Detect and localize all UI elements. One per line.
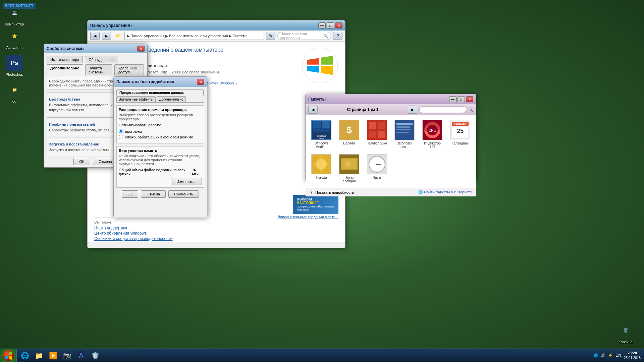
gadget-item-calendar[interactable]: JANUARY 25 Календарь <box>447 119 473 150</box>
windows-logo <box>302 47 338 84</box>
perf-tab-dep[interactable]: Предотвращение выполнения данных <box>116 89 204 96</box>
control-panel-titlebar[interactable]: Панель управления - — □ ✕ <box>88 20 345 31</box>
cp-minimize-button[interactable]: — <box>318 22 326 28</box>
sysprop-close-button[interactable]: ✕ <box>137 46 145 52</box>
cp-counters-link[interactable]: Счетчики и средства производительности <box>94 236 172 241</box>
sysprop-tab-hardware[interactable]: Оборудование <box>85 56 117 63</box>
cp-forward-button[interactable]: ▶ <box>102 32 111 40</box>
windows-logo-container <box>302 47 338 85</box>
gadgets-find-online-link[interactable]: 🌐 Найти гаджеты в Интернете <box>418 190 472 194</box>
gadgets-titlebar[interactable]: Гаджеты — □ ✕ <box>306 94 476 104</box>
svg-rect-15 <box>396 123 413 125</box>
clock-date: 25.01.2018 <box>624 356 641 360</box>
desktop-icon-folder[interactable]: 📁 00 <box>3 80 26 105</box>
gadget-item-headlines[interactable]: Заголовки нов... <box>392 119 417 150</box>
taskbar-ie-icon[interactable]: 🌐 <box>18 350 32 362</box>
taskbar-app1-icon[interactable]: 📷 <box>60 350 74 362</box>
cp-more-network-link[interactable]: Дополнительные сведения в сети... <box>278 215 339 219</box>
perf-buttons: ОК Отмена Применить <box>116 190 204 198</box>
cp-see-also: См. также <box>94 220 172 224</box>
perf-titlebar[interactable]: Параметры быстродействия ✕ <box>114 77 207 87</box>
taskbar-clock[interactable]: 23:20 25.01.2018 <box>624 351 641 360</box>
svg-point-37 <box>345 161 351 167</box>
svg-text:JANUARY: JANUARY <box>453 123 467 126</box>
svg-rect-13 <box>378 131 385 138</box>
perf-window-controls: ✕ <box>197 79 204 85</box>
gadget-item-clock[interactable]: Часы <box>364 153 389 184</box>
perf-cancel-button[interactable]: Отмена <box>141 190 165 198</box>
sysprop-tab-computer-name[interactable]: Имя компьютера <box>47 56 83 63</box>
taskbar-explorer-icon[interactable]: 📁 <box>32 350 46 362</box>
cp-help-button[interactable]: ? <box>333 32 342 40</box>
taskbar-app2-icon[interactable]: A <box>74 350 88 362</box>
gadgets-window-controls: — □ ✕ <box>449 96 473 102</box>
cp-support-link[interactable]: Центр поддержки <box>94 226 172 230</box>
sysprop-tab-remote[interactable]: Удаленный доступ <box>114 64 144 75</box>
sysprop-tabs-row2: Дополнительно Защита системы Удаленный д… <box>47 64 145 75</box>
gadgets-forward-button[interactable]: ▶ <box>408 106 417 114</box>
perf-processor-section: Распределение времени процессора Выберит… <box>116 105 204 143</box>
performance-options-window: Параметры быстродействия ✕ Предотвращени… <box>113 76 207 217</box>
sysprop-tab-protection[interactable]: Защита системы <box>85 64 112 75</box>
gadgets-back-button[interactable]: ◀ <box>308 106 318 114</box>
perf-radio-group: программ служб, работающих в фоновом реж… <box>119 129 202 139</box>
cp-window-controls: — □ ✕ <box>318 22 342 28</box>
perf-radio-programs[interactable]: программ <box>119 129 202 133</box>
sysprop-titlebar[interactable]: Свойства системы ✕ <box>44 44 147 53</box>
gadgets-maximize-button[interactable]: □ <box>458 96 465 102</box>
cp-refresh-button[interactable]: ↻ <box>266 32 275 40</box>
svg-point-29 <box>316 159 327 170</box>
cp-toolbar: ◀ ▶ 📁 ▶ Панель управления ▶ Все элементы… <box>88 31 345 42</box>
gadgets-search-icon[interactable]: 🔍 <box>468 107 473 112</box>
gadgets-minimize-button[interactable]: — <box>449 96 457 102</box>
gadgets-close-button[interactable]: ✕ <box>466 96 473 102</box>
perf-vm-total: Общий объем файла подкачки на всех диска… <box>119 168 202 176</box>
svg-rect-16 <box>396 126 410 128</box>
taskbar-start-button[interactable] <box>0 349 17 362</box>
svg-text:Media: Media <box>319 137 324 139</box>
gadget-item-currency[interactable]: $ Валюта <box>337 119 362 150</box>
perf-tab-visual[interactable]: Визуальные эффекты <box>116 96 156 102</box>
taskbar-media-icon[interactable]: ▶️ <box>46 350 60 362</box>
tray-battery-icon: ⚡ <box>608 353 613 358</box>
perf-tab-advanced[interactable]: Дополнительно <box>157 96 186 102</box>
svg-rect-17 <box>396 129 411 130</box>
gadgets-page-info: Страница 1 из 1 <box>320 107 406 112</box>
desktop-icon-computer[interactable]: 💻 Компьютер <box>3 3 26 27</box>
desktop-icon-recycle[interactable]: 🗑️ Корзина <box>614 321 637 345</box>
perf-optimize-label: Оптимизировать работу: <box>119 123 202 127</box>
sysprop-window-controls: ✕ <box>137 46 145 52</box>
clock-time: 23:20 <box>624 351 641 356</box>
svg-rect-2 <box>313 121 321 128</box>
gadget-item-cpu[interactable]: CPU Индикатор ЦП <box>420 119 445 150</box>
cp-maximize-button[interactable]: □ <box>327 22 334 28</box>
gadget-item-windows-media[interactable]: Windows Media Windows Media... <box>309 119 334 150</box>
svg-text:$: $ <box>346 125 352 135</box>
gadgets-footer: ▼ Показать подробности 🌐 Найти гаджеты в… <box>306 188 476 196</box>
cp-back-button[interactable]: ◀ <box>90 32 100 40</box>
perf-apply-button[interactable]: Применить <box>168 190 199 198</box>
cp-close-button[interactable]: ✕ <box>335 22 342 28</box>
tray-lang-indicator: EN <box>615 353 621 358</box>
desktop-icon-photoshop[interactable]: Ps Photoshop <box>3 54 26 78</box>
svg-point-0 <box>302 48 338 83</box>
cp-addressbar[interactable]: ▶ Панель управления ▶ Все элементы панел… <box>124 32 264 40</box>
perf-change-button[interactable]: Изменить... <box>171 178 202 185</box>
perf-vm-section: Виртуальная память Файл подкачки - это о… <box>116 146 204 188</box>
gadgets-window: Гаджеты — □ ✕ ◀ Страница 1 из 1 ▶ 🔍 <box>305 94 476 181</box>
sysprop-ok-button[interactable]: OK <box>73 158 90 165</box>
gadgets-show-details[interactable]: ▼ Показать подробности <box>310 190 354 194</box>
perf-ok-button[interactable]: ОК <box>122 190 138 198</box>
gadget-item-weather[interactable]: Погода <box>309 153 334 184</box>
taskbar-app3-icon[interactable]: 🛡️ <box>89 350 102 362</box>
gadgets-search-input[interactable] <box>419 106 466 113</box>
taskbar-apps: 🌐 📁 ▶️ 📷 A 🛡️ <box>17 349 103 362</box>
gadget-item-slideshow[interactable]: Показ слайдов <box>337 153 362 184</box>
perf-radio-services[interactable]: служб, работающих в фоновом режиме <box>119 135 202 139</box>
gadget-item-puzzle[interactable]: Головоломка <box>364 119 389 150</box>
cp-search-input[interactable]: Поиск в панели управления 🔍 <box>277 32 331 40</box>
cp-update-link[interactable]: Центр обновления Windows <box>94 231 172 236</box>
desktop-icon-activators[interactable]: ⭐ Activators <box>3 27 26 51</box>
perf-close-button[interactable]: ✕ <box>197 79 204 85</box>
sysprop-tab-additional[interactable]: Дополнительно <box>47 64 83 75</box>
